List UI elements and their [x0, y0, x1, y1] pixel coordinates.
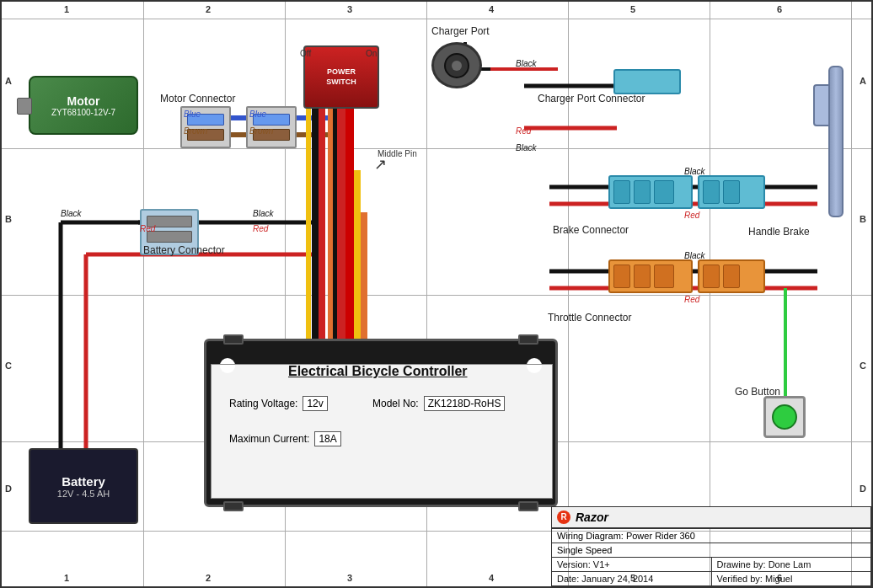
- grid-line-v1: [143, 2, 144, 586]
- wire-label-red-brake: Red: [684, 211, 699, 220]
- charger-connector-block: [613, 69, 681, 94]
- col-label-2: 2: [206, 4, 211, 14]
- col-label-6: 6: [777, 4, 782, 14]
- grid-line-v4: [568, 2, 569, 586]
- controller-current-value: 18A: [314, 431, 340, 446]
- controller-title: Electrical Bicycle Controller: [288, 364, 468, 379]
- title-block-verified: Verified by: Miguel: [712, 572, 871, 585]
- charger-connector-label: Charger Port Connector: [538, 93, 645, 104]
- motor-component: Motor ZYT68100-12V-7: [29, 76, 138, 135]
- throttle-connector: [608, 259, 693, 293]
- title-block-speed: Single Speed: [552, 543, 870, 557]
- wire-label-red-battery2: Red: [253, 224, 268, 233]
- battery-label: Battery: [62, 474, 105, 489]
- throttle-connector-label: Throttle Connector: [548, 312, 631, 323]
- go-button-inner: [772, 404, 797, 430]
- wire-label-black2-charger: Black: [516, 143, 536, 152]
- handle-brake-body: [811, 66, 861, 259]
- wire-label-brown1: Brown: [184, 126, 207, 136]
- grid-line-h-top: [2, 19, 871, 19]
- battery-body: Battery 12V - 4.5 AH: [29, 448, 138, 524]
- controller-rating-label: Rating Voltage:: [229, 398, 297, 409]
- col-label-4b: 4: [489, 573, 494, 583]
- switch-on-label: On: [366, 49, 377, 58]
- controller-current-row: Maximun Current: 18A: [229, 431, 341, 446]
- controller-rating-value: 12v: [303, 396, 327, 411]
- title-block-drawn: Drawine by: Done Lam: [712, 558, 871, 571]
- row-label-A: A: [5, 76, 12, 86]
- col-label-3b: 3: [347, 573, 352, 583]
- wire-label-blue1: Blue: [184, 110, 201, 119]
- charger-port-circle: [431, 42, 482, 88]
- battery-connector-label: Battery Connector: [143, 244, 225, 256]
- go-button: [763, 396, 806, 438]
- col-label-4: 4: [489, 4, 494, 14]
- razor-r-icon: R: [557, 510, 570, 524]
- col-label-1: 1: [64, 4, 69, 14]
- row-label-Cr: C: [860, 361, 866, 371]
- controller-current-label: Maximun Current:: [229, 433, 309, 445]
- controller-rating-row: Rating Voltage: 12v: [229, 396, 328, 411]
- title-block-version: Version: V1+: [552, 558, 712, 571]
- title-block-date: Date: January 24, 2014: [552, 572, 712, 585]
- brake-connector-right: [698, 175, 765, 209]
- wire-label-red-throttle: Red: [684, 295, 699, 304]
- title-block-date-row: Date: January 24, 2014 Verified by: Migu…: [552, 571, 870, 585]
- motor-label: Motor: [67, 94, 100, 108]
- throttle-connector-right: [698, 259, 765, 293]
- row-label-Dr: D: [860, 484, 866, 494]
- battery-spec: 12V - 4.5 AH: [57, 489, 110, 499]
- charger-port-label: Charger Port: [431, 25, 490, 37]
- col-label-1b: 1: [64, 573, 69, 583]
- grid-line-v5: [710, 2, 710, 586]
- controller-model-row: Model No: ZK1218D-RoHS: [372, 396, 505, 411]
- wire-label-black-brake: Black: [684, 167, 704, 176]
- grid-line-hB: [2, 295, 871, 296]
- motor-model: ZYT68100-12V-7: [51, 108, 115, 117]
- handle-brake-label: Handle Brake: [748, 226, 810, 238]
- col-label-3: 3: [347, 4, 352, 14]
- col-label-5: 5: [630, 4, 635, 14]
- wire-label-red-battery: Red: [140, 224, 155, 233]
- brake-connector: [608, 175, 693, 209]
- title-block-version-row: Version: V1+ Drawine by: Done Lam: [552, 557, 870, 571]
- middle-pin-arrow: ↖: [372, 158, 390, 171]
- controller-model-value: ZK1218D-RoHS: [424, 396, 506, 411]
- wire-label-black-battery: Black: [61, 209, 81, 218]
- row-label-C: C: [5, 361, 12, 371]
- motor-connector-label: Motor Connector: [160, 93, 235, 104]
- wire-label-black-battery2: Black: [253, 209, 273, 218]
- svg-rect-3: [354, 170, 361, 364]
- title-block: R Razor Wiring Diagram: Power Rider 360 …: [551, 506, 871, 586]
- title-block-wiring: Wiring Diagram: Power Rider 360: [552, 528, 870, 543]
- grid-line-hA: [2, 148, 871, 149]
- wire-label-black-charger: Black: [516, 59, 536, 68]
- main-diagram: 1 2 3 4 5 6 1 2 3 4 5 6 A B C D A B C D: [0, 0, 873, 588]
- wire-label-red-charger: Red: [516, 126, 531, 136]
- brake-connector-label: Brake Connector: [553, 224, 629, 236]
- controller-model-label: Model No:: [372, 398, 419, 409]
- wire-label-brown2: Brown: [249, 126, 273, 136]
- col-label-2b: 2: [206, 573, 211, 583]
- wire-label-black-throttle: Black: [684, 251, 704, 260]
- middle-pin-label: Middle Pin: [378, 149, 417, 158]
- razor-logo-text: Razor: [576, 510, 608, 524]
- row-label-D: D: [5, 484, 12, 494]
- wire-label-blue2: Blue: [249, 110, 266, 119]
- power-switch-label: POWERSWITCH: [326, 67, 356, 87]
- switch-off-label: Off: [300, 49, 311, 58]
- motor-shaft: [17, 98, 32, 115]
- row-label-B: B: [5, 214, 12, 224]
